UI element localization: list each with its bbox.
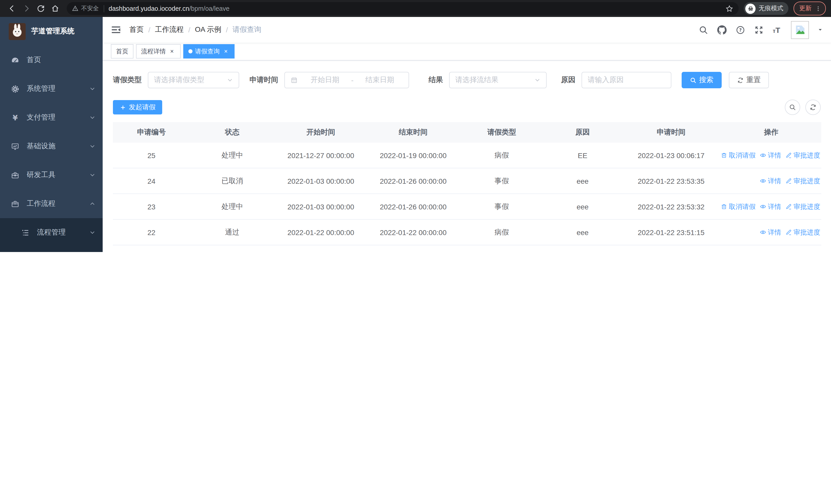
breadcrumb-item[interactable]: 工作流程 — [155, 25, 184, 34]
tab-home[interactable]: 首页 — [111, 44, 134, 59]
plus-icon — [120, 104, 126, 111]
sidebar-item-label: 基础设施 — [27, 142, 89, 151]
cell-start-time: 2021-12-27 00:00:00 — [275, 151, 367, 159]
breadcrumb-item[interactable]: OA 示例 — [195, 25, 222, 34]
svg-text:?: ? — [739, 27, 742, 32]
action-label: 取消请假 — [729, 202, 755, 211]
tab-leave-query[interactable]: 请假查询× — [183, 44, 235, 59]
approval-progress-link[interactable]: 审批进度 — [785, 202, 820, 211]
yen-icon: ¥ — [10, 113, 20, 122]
cell-reason: eee — [544, 177, 621, 185]
filter-form: 请假类型 请选择请假类型 申请时间 开始日期 - 结束日期 结果 请选择流结果 — [113, 72, 821, 88]
cell-apply-time: 2022-01-23 00:06:17 — [621, 151, 721, 159]
screenshot-viewport: 不安全 dashboard.yudao.iocoder.cn/bpm/oa/le… — [0, 0, 831, 252]
site-security-chip[interactable]: 不安全 — [72, 5, 99, 12]
leave-type-select[interactable]: 请选择请假类型 — [148, 72, 239, 88]
close-icon[interactable]: × — [168, 48, 175, 55]
font-size-button[interactable]: тT — [773, 26, 780, 34]
sidebar-item-workflow[interactable]: 工作流程 — [0, 189, 103, 218]
cell-start-time: 2022-01-03 00:00:00 — [275, 177, 367, 185]
apply-time-range-picker[interactable]: 开始日期 - 结束日期 — [284, 72, 409, 88]
sidebar-item-process-management[interactable]: 流程管理 — [0, 218, 103, 247]
detail-link[interactable]: 详情 — [760, 202, 781, 211]
end-date-placeholder: 结束日期 — [357, 76, 403, 85]
approval-progress-link[interactable]: 审批进度 — [785, 151, 820, 160]
svg-text:¥: ¥ — [12, 113, 18, 122]
reset-button[interactable]: 重置 — [729, 72, 769, 88]
table-toolbar: 发起请假 — [113, 99, 821, 115]
trash-icon — [721, 152, 727, 158]
action-label: 审批进度 — [794, 202, 820, 211]
search-icon — [789, 104, 796, 111]
create-leave-button[interactable]: 发起请假 — [113, 100, 162, 114]
tab-process-detail[interactable]: 流程详情× — [136, 44, 181, 59]
github-icon — [717, 25, 727, 35]
cell-end-time: 2022-01-26 00:00:00 — [367, 203, 459, 211]
trash-icon — [721, 203, 727, 210]
cancel-leave-link[interactable]: 取消请假 — [721, 151, 755, 160]
eye-small-icon — [760, 152, 766, 158]
result-select[interactable]: 请选择流结果 — [449, 72, 547, 88]
search-button[interactable]: 搜索 — [682, 72, 722, 88]
fullscreen-button[interactable] — [754, 25, 764, 35]
column-header: 开始时间 — [275, 128, 367, 137]
detail-link[interactable]: 详情 — [760, 176, 781, 185]
cell-reason: eee — [544, 203, 621, 211]
url-path: /bpm/oa/leave — [189, 5, 229, 12]
breadcrumb: 首页/工作流程/OA 示例/请假查询 — [130, 25, 261, 34]
header-search-button[interactable] — [699, 25, 709, 35]
pencil-icon — [785, 152, 792, 158]
hamburger-icon — [111, 25, 121, 35]
show-search-toggle-button[interactable] — [785, 99, 800, 115]
breadcrumb-item[interactable]: 首页 — [130, 25, 144, 34]
url-bar[interactable]: 不安全 dashboard.yudao.iocoder.cn/bpm/oa/le… — [67, 2, 739, 15]
action-label: 详情 — [768, 228, 781, 237]
app-logo-row[interactable]: 芋道管理系统 — [0, 17, 103, 46]
bookmark-star-icon[interactable] — [725, 4, 734, 12]
cell-status: 已取消 — [190, 176, 275, 185]
cancel-leave-link[interactable]: 取消请假 — [721, 202, 755, 211]
reason-input[interactable]: 请输入原因 — [581, 72, 671, 88]
sidebar-item-label: 工作流程 — [27, 199, 89, 208]
action-label: 详情 — [768, 202, 781, 211]
browser-home-button[interactable] — [48, 2, 62, 15]
tab-label: 首页 — [116, 47, 128, 56]
sidebar-item-payment-management[interactable]: ¥支付管理 — [0, 103, 103, 132]
cell-leave-type: 事假 — [459, 202, 544, 211]
cell-leave-type: 病假 — [459, 228, 544, 237]
detail-link[interactable]: 详情 — [760, 151, 781, 160]
sidebar-item-task-management[interactable]: 任务管理 — [0, 247, 103, 252]
browser-forward-button[interactable] — [20, 2, 33, 15]
browser-reload-button[interactable] — [34, 2, 47, 15]
browser-back-button[interactable] — [5, 2, 19, 15]
browser-update-button[interactable]: 更新 — [794, 2, 826, 16]
result-label: 结果 — [429, 76, 443, 85]
github-link-button[interactable] — [717, 25, 727, 35]
action-label: 审批进度 — [794, 176, 820, 185]
approval-progress-link[interactable]: 审批进度 — [785, 176, 820, 185]
tab-label: 请假查询 — [195, 47, 220, 56]
sidebar-item-system-management[interactable]: 系统管理 — [0, 75, 103, 103]
close-icon[interactable]: × — [222, 48, 229, 55]
search-icon — [699, 25, 709, 35]
column-header: 申请编号 — [113, 128, 190, 137]
table-header-row: 申请编号状态开始时间结束时间请假类型原因申请时间操作 — [113, 122, 821, 143]
avatar-dropdown-caret-icon[interactable] — [818, 27, 823, 32]
sidebar-collapse-button[interactable] — [111, 25, 121, 35]
detail-link[interactable]: 详情 — [760, 228, 781, 237]
url-text: dashboard.yudao.iocoder.cn/bpm/oa/leave — [109, 5, 725, 12]
approval-progress-link[interactable]: 审批进度 — [785, 228, 820, 237]
sidebar-item-label: 系统管理 — [27, 84, 89, 93]
help-button[interactable]: ? — [736, 25, 746, 35]
cell-start-time: 2022-01-03 00:00:00 — [275, 203, 367, 211]
column-header: 状态 — [190, 128, 275, 137]
browser-menu-icon[interactable] — [815, 5, 821, 12]
table-body: 25处理中2021-12-27 00:00:002022-01-19 00:00… — [113, 143, 821, 252]
sidebar-item-infrastructure[interactable]: 基础设施 — [0, 132, 103, 161]
sidebar-item-home[interactable]: 首页 — [0, 46, 103, 75]
sidebar-item-dev-tools[interactable]: 研发工具 — [0, 161, 103, 189]
cell-apply-time: 2022-01-22 23:51:15 — [621, 228, 721, 236]
refresh-table-button[interactable] — [805, 99, 821, 115]
cell-actions: 详情审批进度 — [721, 176, 821, 185]
user-avatar[interactable] — [791, 21, 809, 39]
